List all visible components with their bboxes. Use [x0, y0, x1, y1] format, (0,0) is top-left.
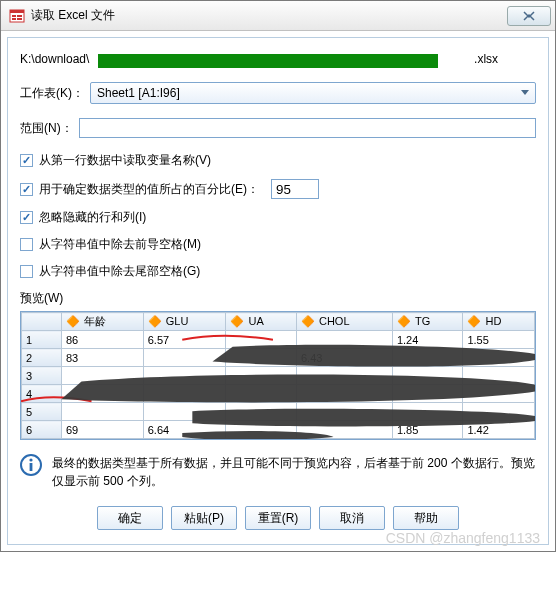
info-icon [20, 454, 42, 476]
cell [392, 367, 463, 385]
cell: 6.64 [143, 421, 226, 439]
worksheet-label: 工作表(K)： [20, 85, 84, 102]
table-row[interactable]: 4 [22, 385, 535, 403]
row-number: 4 [22, 385, 62, 403]
range-input[interactable] [79, 118, 536, 138]
help-button[interactable]: 帮助 [393, 506, 459, 530]
cell [296, 331, 392, 349]
cell: 6.57 [143, 331, 226, 349]
cell [296, 403, 392, 421]
row-number: 2 [22, 349, 62, 367]
range-label: 范围(N)： [20, 120, 73, 137]
column-header[interactable]: 🔶UA [226, 313, 297, 331]
button-row: 确定 粘贴(P) 重置(R) 取消 帮助 [20, 506, 536, 530]
column-header[interactable]: 🔶CHOL [296, 313, 392, 331]
percent-input[interactable] [271, 179, 319, 199]
ruler-icon: 🔶 [230, 315, 244, 328]
table-row[interactable]: 1866.571.241.55 [22, 331, 535, 349]
column-label: HD [485, 315, 501, 327]
checkbox[interactable] [20, 154, 33, 167]
worksheet-value: Sheet1 [A1:I96] [97, 86, 180, 100]
cancel-button[interactable]: 取消 [319, 506, 385, 530]
cell [143, 367, 226, 385]
column-label: UA [248, 315, 263, 327]
table-row[interactable]: 3 [22, 367, 535, 385]
svg-rect-4 [12, 18, 16, 20]
row-number: 6 [22, 421, 62, 439]
cell [226, 349, 297, 367]
svg-rect-1 [10, 10, 24, 13]
ruler-icon: 🔶 [148, 315, 162, 328]
preview-table: 🔶年龄🔶GLU🔶UA🔶CHOL🔶TG🔶HD 1866.571.241.55283… [21, 312, 535, 439]
worksheet-combo[interactable]: Sheet1 [A1:I96] [90, 82, 536, 104]
row-number: 1 [22, 331, 62, 349]
ruler-icon: 🔶 [467, 315, 481, 328]
cell [392, 385, 463, 403]
dialog-window: 读取 Excel 文件 K:\download\ xxxxxxxxxxxxxxx… [0, 0, 556, 552]
checkbox-row: 从字符串值中除去尾部空格(G) [20, 263, 536, 280]
dialog-title: 读取 Excel 文件 [31, 7, 115, 24]
close-icon [522, 11, 536, 21]
table-row[interactable]: 2836.43 [22, 349, 535, 367]
column-header[interactable]: 🔶HD [463, 313, 535, 331]
checkbox-label: 从字符串值中除去前导空格(M) [39, 236, 201, 253]
preview-scroll[interactable]: 🔶年龄🔶GLU🔶UA🔶CHOL🔶TG🔶HD 1866.571.241.55283… [21, 312, 535, 439]
checkbox[interactable] [20, 211, 33, 224]
cell [226, 367, 297, 385]
cell [62, 403, 144, 421]
reset-button[interactable]: 重置(R) [245, 506, 311, 530]
table-row[interactable]: 6696.641.851.42 [22, 421, 535, 439]
titlebar: 读取 Excel 文件 [1, 1, 555, 31]
cell [463, 385, 535, 403]
preview-label: 预览(W) [20, 290, 536, 307]
info-row: 最终的数据类型基于所有数据，并且可能不同于预览内容，后者基于前 200 个数据行… [20, 454, 536, 490]
cell: 1.42 [463, 421, 535, 439]
close-button[interactable] [507, 6, 551, 26]
column-label: GLU [166, 315, 189, 327]
cell [143, 403, 226, 421]
checkbox-row: 从第一行数据中读取变量名称(V) [20, 152, 536, 169]
column-header[interactable]: 🔶GLU [143, 313, 226, 331]
checkbox[interactable] [20, 265, 33, 278]
cell: 83 [62, 349, 144, 367]
checkbox-label: 从字符串值中除去尾部空格(G) [39, 263, 200, 280]
cell: 1.55 [463, 331, 535, 349]
cell: 1.24 [392, 331, 463, 349]
cell [463, 367, 535, 385]
svg-rect-8 [30, 463, 33, 471]
cell [62, 367, 144, 385]
cell [392, 349, 463, 367]
column-header[interactable]: 🔶年龄 [62, 313, 144, 331]
row-number: 5 [22, 403, 62, 421]
checkbox-label: 从第一行数据中读取变量名称(V) [39, 152, 211, 169]
cell [463, 349, 535, 367]
checkbox[interactable] [20, 238, 33, 251]
svg-rect-3 [17, 15, 22, 17]
paste-button[interactable]: 粘贴(P) [171, 506, 237, 530]
table-row[interactable]: 5 [22, 403, 535, 421]
cell [143, 349, 226, 367]
checkbox-row: 忽略隐藏的行和列(I) [20, 209, 536, 226]
column-label: TG [415, 315, 430, 327]
ruler-icon: 🔶 [397, 315, 411, 328]
checkbox[interactable] [20, 183, 33, 196]
app-icon [9, 8, 25, 24]
cell [226, 331, 297, 349]
column-header[interactable]: 🔶TG [392, 313, 463, 331]
row-number: 3 [22, 367, 62, 385]
cell: 1.85 [392, 421, 463, 439]
cell [296, 385, 392, 403]
info-text: 最终的数据类型基于所有数据，并且可能不同于预览内容，后者基于前 200 个数据行… [52, 454, 536, 490]
checkbox-label: 用于确定数据类型的值所占的百分比(E)： [39, 181, 259, 198]
cell [62, 385, 144, 403]
checkbox-label: 忽略隐藏的行和列(I) [39, 209, 146, 226]
ruler-icon: 🔶 [301, 315, 315, 328]
cell [226, 421, 297, 439]
svg-rect-5 [17, 18, 22, 20]
svg-point-7 [29, 458, 32, 461]
cell: 86 [62, 331, 144, 349]
cell [463, 403, 535, 421]
file-path-suffix: .xlsx [474, 52, 498, 66]
file-path: K:\download\ xxxxxxxxxxxxxxxxxxxxxxxxxxx… [20, 52, 536, 66]
ok-button[interactable]: 确定 [97, 506, 163, 530]
